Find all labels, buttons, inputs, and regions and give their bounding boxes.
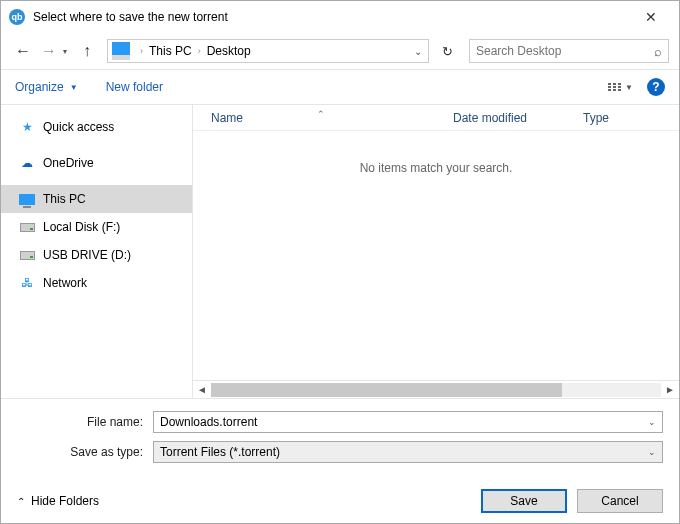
breadcrumb-part[interactable]: Desktop	[207, 44, 251, 58]
hide-folders-label: Hide Folders	[31, 494, 99, 508]
filename-row: File name: ⌄	[1, 409, 663, 435]
drive-icon	[19, 247, 35, 263]
breadcrumb-dropdown[interactable]: ⌄	[414, 46, 422, 57]
star-icon: ★	[19, 119, 35, 135]
view-list-icon	[608, 83, 611, 91]
forward-button: →	[37, 39, 61, 63]
sort-asc-icon: ⌃	[317, 109, 325, 119]
column-label: Name	[211, 111, 243, 125]
chevron-down-icon[interactable]: ⌄	[648, 417, 656, 427]
scroll-right-icon[interactable]: ►	[661, 384, 679, 395]
navbar: ← → ▾ ↑ › This PC › Desktop ⌄ ↻ ⌕	[1, 33, 679, 69]
chevron-down-icon: ▼	[70, 83, 78, 92]
chevron-down-icon: ▼	[625, 83, 633, 92]
toolbar: Organize ▼ New folder ▼ ?	[1, 69, 679, 105]
help-button[interactable]: ?	[647, 78, 665, 96]
scroll-track[interactable]	[211, 383, 661, 397]
scroll-thumb[interactable]	[211, 383, 562, 397]
app-icon: qb	[9, 9, 25, 25]
search-input[interactable]	[476, 44, 654, 58]
column-headers: Name ⌃ Date modified Type	[193, 105, 679, 131]
filename-field[interactable]: ⌄	[153, 411, 663, 433]
sidebar-item-label: OneDrive	[43, 156, 94, 170]
horizontal-scrollbar[interactable]: ◄ ►	[193, 380, 679, 398]
sidebar-item-local-disk[interactable]: Local Disk (F:)	[1, 213, 192, 241]
column-header-type[interactable]: Type	[583, 111, 679, 125]
bottombar: ⌃ Hide Folders Save Cancel	[1, 479, 679, 523]
sidebar-item-network[interactable]: 🖧 Network	[1, 269, 192, 297]
sidebar-item-onedrive[interactable]: ☁ OneDrive	[1, 149, 192, 177]
view-mode-button[interactable]: ▼	[608, 83, 633, 92]
sidebar-item-usb-drive[interactable]: USB DRIVE (D:)	[1, 241, 192, 269]
close-button[interactable]: ✕	[631, 3, 671, 31]
network-icon: 🖧	[19, 275, 35, 291]
breadcrumb-root-icon	[112, 42, 130, 60]
column-label: Type	[583, 111, 609, 125]
cancel-button[interactable]: Cancel	[577, 489, 663, 513]
column-label: Date modified	[453, 111, 527, 125]
savetype-field[interactable]: Torrent Files (*.torrent) ⌄	[153, 441, 663, 463]
chevron-down-icon[interactable]: ⌄	[648, 447, 656, 457]
organize-menu[interactable]: Organize ▼	[15, 80, 78, 94]
save-dialog: qb Select where to save the new torrent …	[0, 0, 680, 524]
save-button[interactable]: Save	[481, 489, 567, 513]
hide-folders-toggle[interactable]: ⌃ Hide Folders	[17, 494, 99, 508]
savetype-row: Save as type: Torrent Files (*.torrent) …	[1, 439, 663, 465]
sidebar-item-label: Network	[43, 276, 87, 290]
monitor-icon	[19, 191, 35, 207]
chevron-right-icon: ›	[198, 46, 201, 56]
sidebar-item-label: USB DRIVE (D:)	[43, 248, 131, 262]
search-box[interactable]: ⌕	[469, 39, 669, 63]
column-header-name[interactable]: Name ⌃	[193, 111, 453, 125]
scroll-left-icon[interactable]: ◄	[193, 384, 211, 395]
search-icon[interactable]: ⌕	[654, 44, 662, 59]
sidebar: ★ Quick access ☁ OneDrive This PC Local …	[1, 105, 193, 398]
dialog-title: Select where to save the new torrent	[33, 10, 631, 24]
refresh-button[interactable]: ↻	[435, 39, 459, 63]
drive-icon	[19, 219, 35, 235]
cloud-icon: ☁	[19, 155, 35, 171]
sidebar-item-this-pc[interactable]: This PC	[1, 185, 192, 213]
file-list: Name ⌃ Date modified Type No items match…	[193, 105, 679, 398]
savetype-label: Save as type:	[1, 445, 153, 459]
chevron-right-icon: ›	[140, 46, 143, 56]
sidebar-item-quick-access[interactable]: ★ Quick access	[1, 113, 192, 141]
sidebar-item-label: This PC	[43, 192, 86, 206]
filename-input[interactable]	[160, 415, 656, 429]
titlebar: qb Select where to save the new torrent …	[1, 1, 679, 33]
organize-label: Organize	[15, 80, 64, 94]
filename-label: File name:	[1, 415, 153, 429]
form-area: File name: ⌄ Save as type: Torrent Files…	[1, 398, 679, 479]
new-folder-label: New folder	[106, 80, 163, 94]
history-dropdown[interactable]: ▾	[63, 47, 73, 56]
body: ★ Quick access ☁ OneDrive This PC Local …	[1, 105, 679, 398]
chevron-up-icon: ⌃	[17, 496, 25, 507]
back-button[interactable]: ←	[11, 39, 35, 63]
column-header-date[interactable]: Date modified	[453, 111, 583, 125]
breadcrumb-part[interactable]: This PC	[149, 44, 192, 58]
sidebar-item-label: Local Disk (F:)	[43, 220, 120, 234]
sidebar-item-label: Quick access	[43, 120, 114, 134]
breadcrumb[interactable]: › This PC › Desktop ⌄	[107, 39, 429, 63]
savetype-value: Torrent Files (*.torrent)	[160, 445, 280, 459]
new-folder-button[interactable]: New folder	[106, 80, 163, 94]
up-button[interactable]: ↑	[75, 39, 99, 63]
empty-message: No items match your search.	[193, 161, 679, 175]
